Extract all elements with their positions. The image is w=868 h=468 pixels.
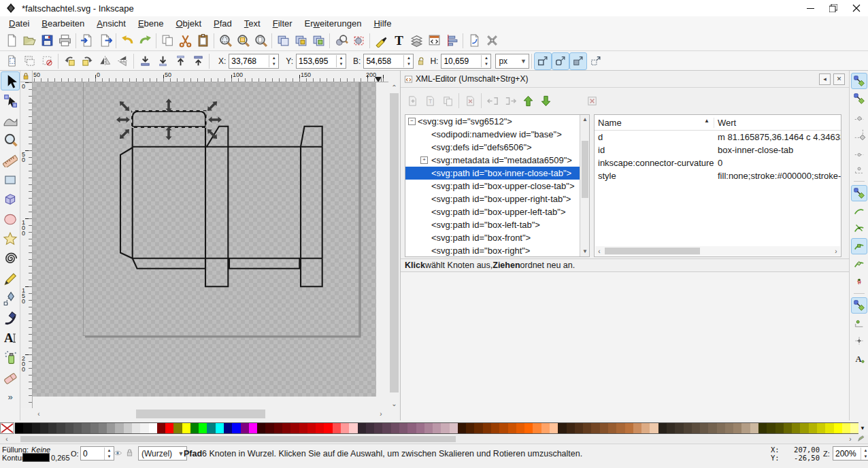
xml-duplicate-node-button[interactable]	[439, 92, 456, 110]
open-document-button[interactable]	[20, 32, 38, 50]
xml-tree-node[interactable]: <svg:defs id="defs6506">	[405, 141, 589, 154]
snap-path-intersections-button[interactable]	[851, 220, 867, 237]
color-swatch[interactable]	[382, 423, 390, 433]
color-swatch[interactable]	[366, 423, 374, 433]
import-button[interactable]	[78, 32, 96, 50]
tool-spray[interactable]	[1, 348, 20, 367]
duplicate-button[interactable]	[274, 32, 292, 50]
tool-star[interactable]	[1, 229, 20, 248]
color-swatch[interactable]	[241, 423, 249, 433]
color-swatch[interactable]	[825, 423, 833, 433]
tool-ellipse[interactable]	[1, 210, 20, 229]
menu-filter[interactable]: Filter	[267, 17, 299, 30]
unit-combo[interactable]: px▼	[495, 54, 529, 69]
color-swatch[interactable]	[583, 423, 591, 433]
tool-selector[interactable]	[1, 71, 20, 90]
palette-scrollbar[interactable]: ‹ ›	[0, 435, 868, 443]
tool-node[interactable]	[1, 91, 20, 110]
xml-lower-node-button[interactable]	[537, 92, 554, 110]
color-swatch[interactable]	[533, 423, 541, 433]
menu-text[interactable]: Text	[238, 17, 267, 30]
color-swatch[interactable]	[491, 423, 499, 433]
box-upper-left-tab[interactable]	[301, 127, 322, 147]
color-swatch[interactable]	[758, 423, 767, 433]
xml-new-element-node-button[interactable]	[403, 92, 421, 110]
scroll-left-icon[interactable]: ‹	[34, 408, 44, 420]
color-swatch[interactable]	[600, 423, 608, 433]
color-swatch[interactable]	[842, 423, 850, 433]
color-swatch[interactable]	[700, 423, 708, 433]
color-swatch[interactable]	[466, 423, 474, 433]
color-swatch[interactable]	[692, 423, 700, 433]
y-spinner[interactable]: ▲▼	[336, 55, 346, 67]
layer-lock-icon[interactable]	[125, 448, 134, 457]
move-patterns-toggle-button[interactable]	[587, 52, 605, 70]
box-dieline-paths[interactable]	[120, 127, 322, 287]
snap-nodes-button[interactable]	[851, 185, 867, 201]
palette-menu-icon[interactable]: ▼	[860, 425, 865, 431]
layers-dialog-button[interactable]	[407, 32, 425, 50]
restore-button[interactable]	[822, 0, 845, 16]
color-swatch[interactable]	[834, 423, 842, 433]
xml-editor-dialog-button[interactable]	[425, 32, 443, 50]
color-swatch[interactable]	[817, 423, 825, 433]
color-swatch[interactable]	[675, 423, 683, 433]
width-spinner[interactable]: ▲▼	[403, 55, 413, 67]
attr-column-name[interactable]: Name ▲	[595, 118, 714, 128]
tool-rectangle[interactable]	[1, 170, 20, 189]
close-button[interactable]	[845, 0, 868, 16]
color-swatch[interactable]	[124, 423, 132, 433]
color-swatch[interactable]	[199, 423, 207, 433]
tool-box3d[interactable]	[1, 190, 20, 209]
xml-indent-node-button[interactable]	[501, 92, 519, 110]
select-all-layers-button[interactable]	[20, 52, 38, 70]
attribute-row[interactable]: dm 81.165875,36.1464 c 4.346338,0 6.7	[595, 131, 841, 144]
document-properties-button[interactable]	[465, 32, 483, 50]
attr-scroll-thumb[interactable]	[605, 248, 700, 254]
color-swatch[interactable]	[433, 423, 441, 433]
color-swatch[interactable]	[499, 423, 507, 433]
menu-datei[interactable]: Datei	[3, 17, 35, 30]
tool-text[interactable]: A	[1, 328, 20, 347]
height-input[interactable]	[441, 55, 481, 67]
undo-button[interactable]	[118, 32, 136, 50]
snap-rotation-centers-button[interactable]	[851, 333, 867, 349]
palette-edit-icon[interactable]	[857, 435, 865, 442]
color-swatch[interactable]	[149, 423, 157, 433]
attribute-value[interactable]: 0	[714, 158, 841, 168]
rotate-ccw-button[interactable]	[61, 52, 78, 70]
color-swatch[interactable]	[73, 423, 82, 433]
unlink-clone-button[interactable]	[310, 32, 327, 50]
copy-button[interactable]	[158, 32, 176, 50]
zoom-input[interactable]	[833, 448, 861, 460]
xml-delete-node-button[interactable]	[461, 92, 479, 110]
redo-button[interactable]	[136, 32, 154, 50]
color-swatch[interactable]	[650, 423, 658, 433]
color-swatch[interactable]	[708, 423, 716, 433]
text-dialog-button[interactable]: T	[390, 32, 407, 50]
move-stroke-toggle-button[interactable]	[534, 52, 552, 70]
canvas-vertical-scrollbar[interactable]: ⌃ ⌄	[388, 82, 400, 408]
color-swatch[interactable]	[616, 423, 624, 433]
zoom-selection-button[interactable]	[216, 32, 234, 50]
box-left-tab[interactable]	[120, 148, 133, 258]
minimize-button[interactable]	[799, 0, 822, 16]
tool-pencil[interactable]	[1, 269, 20, 288]
xml-tree-node[interactable]: <svg:path id="box-right">	[405, 244, 589, 257]
canvas-horizontal-scrollbar[interactable]: ‹ ›	[33, 408, 388, 420]
box-front[interactable]	[133, 147, 322, 258]
attribute-row[interactable]: inkscape:connector-curvature0	[595, 156, 841, 169]
tool-pen[interactable]	[1, 288, 20, 307]
select-all-button[interactable]	[3, 52, 20, 70]
dock-float-button[interactable]: ◂	[819, 73, 831, 85]
xml-tree-node[interactable]: −<svg:svg id="svg6512">	[405, 115, 589, 128]
stroke-color-swatch[interactable]	[22, 453, 50, 462]
color-swatch[interactable]	[591, 423, 599, 433]
color-swatch[interactable]	[232, 423, 240, 433]
zoom-drawing-button[interactable]	[234, 32, 252, 50]
palette-scroll-left-icon[interactable]: ‹	[3, 435, 11, 443]
color-swatch[interactable]	[333, 423, 341, 433]
color-swatch[interactable]	[567, 423, 575, 433]
color-swatch[interactable]	[424, 423, 433, 433]
flip-horizontal-button[interactable]	[96, 52, 114, 70]
